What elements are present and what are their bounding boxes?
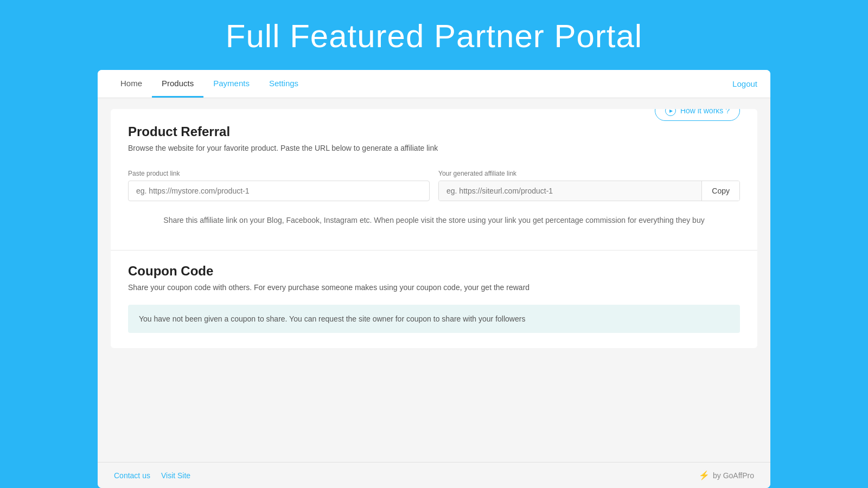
product-referral-header: Product Referral Browse the website for … xyxy=(128,124,740,165)
paste-link-label: Paste product link xyxy=(128,170,430,177)
navigation-bar: Home Products Payments Settings Logout xyxy=(98,70,770,98)
logout-link[interactable]: Logout xyxy=(732,79,757,88)
coupon-notice: You have not been given a coupon to shar… xyxy=(128,305,740,333)
link-input-row: Paste product link Your generated affili… xyxy=(128,170,740,201)
paste-link-input[interactable] xyxy=(128,181,430,201)
footer-brand: ⚡ by GoAffPro xyxy=(699,470,754,480)
main-content: Product Referral Browse the website for … xyxy=(98,98,770,462)
nav-tab-products[interactable]: Products xyxy=(152,70,203,98)
how-it-works-button[interactable]: How it works ? xyxy=(655,109,740,121)
visit-site-link[interactable]: Visit Site xyxy=(161,471,190,480)
coupon-code-subtitle: Share your coupon code with others. For … xyxy=(128,283,740,292)
star-icon: ⚡ xyxy=(699,470,710,480)
nav-tab-home[interactable]: Home xyxy=(111,70,152,98)
nav-tab-payments[interactable]: Payments xyxy=(203,70,259,98)
coupon-code-section: Coupon Code Share your coupon code with … xyxy=(111,251,757,348)
page-main-title: Full Featured Partner Portal xyxy=(0,17,868,55)
generated-link-row: Copy xyxy=(438,181,740,201)
nav-tabs: Home Products Payments Settings xyxy=(111,70,732,98)
copy-button[interactable]: Copy xyxy=(701,181,739,201)
brand-label: by GoAffPro xyxy=(713,471,754,480)
play-icon xyxy=(665,109,676,116)
footer: Contact us Visit Site ⚡ by GoAffPro xyxy=(98,462,770,488)
generated-link-input[interactable] xyxy=(439,181,701,201)
product-referral-card: Product Referral Browse the website for … xyxy=(111,109,757,348)
product-referral-subtitle: Browse the website for your favorite pro… xyxy=(128,144,438,152)
paste-link-field: Paste product link xyxy=(128,170,430,201)
generated-link-field: Your generated affiliate link Copy xyxy=(438,170,740,201)
footer-links: Contact us Visit Site xyxy=(114,471,190,480)
generated-link-label: Your generated affiliate link xyxy=(438,170,740,177)
how-it-works-label: How it works ? xyxy=(680,109,730,115)
coupon-code-title: Coupon Code xyxy=(128,264,740,279)
nav-tab-settings[interactable]: Settings xyxy=(259,70,308,98)
contact-us-link[interactable]: Contact us xyxy=(114,471,150,480)
product-referral-title: Product Referral xyxy=(128,124,438,139)
share-instructions: Share this affiliate link on your Blog, … xyxy=(128,214,740,226)
